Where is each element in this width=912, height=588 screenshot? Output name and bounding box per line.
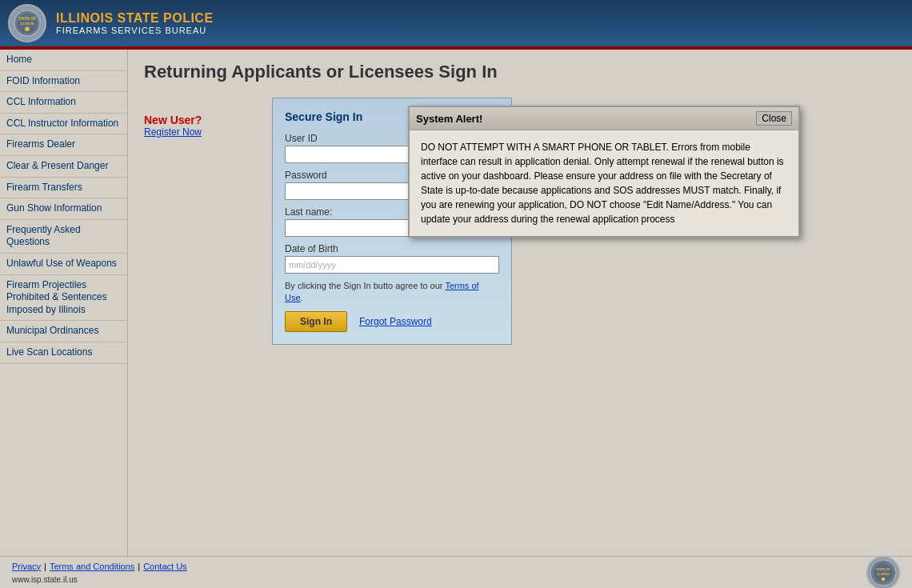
register-link[interactable]: Register Now [144,126,202,138]
header-subtitle: FIREARMS SERVICES BUREAU [56,26,214,35]
header-text: ILLINOIS STATE POLICE FIREARMS SERVICES … [56,11,214,35]
footer-seal: STATE OF ILLINOIS [866,556,900,589]
svg-text:STATE OF: STATE OF [18,17,36,21]
footer-links: Privacy | Terms and Conditions | Contact… [12,562,187,584]
alert-body: DO NOT ATTEMPT WITH A SMART PHONE OR TAB… [410,130,798,236]
sidebar-item-foid[interactable]: FOID Information [0,71,127,93]
svg-text:ILLINOIS: ILLINOIS [20,22,34,26]
signin-footer: Sign In Forgot Password [285,311,499,332]
dob-label: Date of Birth [285,243,499,254]
sidebar-item-firearm-transfers[interactable]: Firearm Transfers [0,178,127,199]
footer: Privacy | Terms and Conditions | Contact… [0,556,912,588]
signin-button[interactable]: Sign In [285,311,347,332]
header-title: ILLINOIS STATE POLICE [56,11,214,26]
sidebar: Home FOID Information CCL Information CC… [0,50,128,556]
sidebar-item-unlawful[interactable]: Unlawful Use of Weapons [0,254,127,275]
sidebar-item-gun-show[interactable]: Gun Show Information [0,198,127,220]
new-user-section: New User? Register Now [144,114,202,138]
sidebar-item-projectiles[interactable]: Firearm Projectiles Prohibited & Sentenc… [0,275,127,322]
sidebar-item-livescan[interactable]: Live Scan Locations [0,342,127,364]
forgot-password-link[interactable]: Forgot Password [359,316,432,327]
terms-link[interactable]: Terms of Use [285,281,479,302]
sidebar-item-ccl-instructor[interactable]: CCL Instructor Information [0,114,127,135]
main-layout: Home FOID Information CCL Information CC… [0,50,912,556]
footer-url: www.isp.state.il.us [12,575,78,584]
svg-point-4 [25,27,29,31]
svg-text:ILLINOIS: ILLINOIS [877,572,890,575]
content: Returning Applicants or Licensees Sign I… [128,50,912,556]
footer-sep1: | [44,562,46,571]
alert-header: System Alert! Close [410,107,798,130]
dob-input[interactable] [285,256,499,274]
page-title: Returning Applicants or Licensees Sign I… [144,62,896,82]
new-user-label: New User? [144,114,202,126]
svg-text:STATE OF: STATE OF [876,568,890,571]
terms-text: By clicking the Sign In butto agree to o… [285,280,499,305]
sidebar-item-home[interactable]: Home [0,50,127,71]
footer-sep2: | [138,562,140,571]
dob-group: Date of Birth [285,243,499,274]
sidebar-item-ccl[interactable]: CCL Information [0,92,127,114]
svg-point-9 [882,577,886,581]
footer-privacy-link[interactable]: Privacy [12,562,41,571]
isp-logo: STATE OF ILLINOIS [8,4,46,42]
alert-title: System Alert! [416,113,482,125]
system-alert-dialog: System Alert! Close DO NOT ATTEMPT WITH … [408,106,800,238]
footer-nav: Privacy | Terms and Conditions | Contact… [12,562,187,571]
sidebar-item-firearms-dealer[interactable]: Firearms Dealer [0,134,127,156]
sidebar-item-clear-danger[interactable]: Clear & Present Danger [0,156,127,178]
header: STATE OF ILLINOIS ILLINOIS STATE POLICE … [0,0,912,46]
footer-contact-link[interactable]: Contact Us [143,562,186,571]
sidebar-item-municipal[interactable]: Municipal Ordinances [0,321,127,342]
sidebar-item-faq[interactable]: Frequently Asked Questions [0,220,127,254]
footer-terms-link[interactable]: Terms and Conditions [50,562,134,571]
alert-close-button[interactable]: Close [756,111,792,126]
